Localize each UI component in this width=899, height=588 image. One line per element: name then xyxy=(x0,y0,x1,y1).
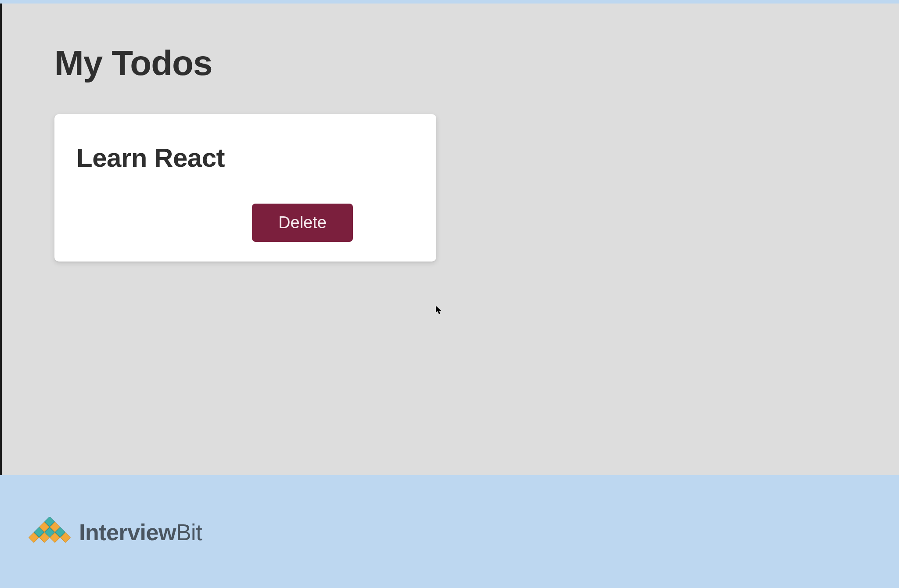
app-viewport: My Todos Learn React Delete xyxy=(0,4,899,475)
todo-title: Learn React xyxy=(76,143,414,173)
brand-text-bold: Interview xyxy=(79,520,176,545)
brand: InterviewBit xyxy=(25,517,202,548)
brand-text: InterviewBit xyxy=(79,519,202,545)
content-area: My Todos Learn React Delete xyxy=(2,4,899,262)
todo-card: Learn React Delete xyxy=(54,114,436,262)
brand-text-light: Bit xyxy=(176,520,202,545)
outer-wrap: My Todos Learn React Delete xyxy=(0,0,899,475)
cursor-icon xyxy=(435,305,442,315)
delete-button[interactable]: Delete xyxy=(252,204,353,242)
page-title: My Todos xyxy=(54,43,846,83)
footer-bar: InterviewBit xyxy=(0,476,899,588)
brand-logo-icon xyxy=(25,517,74,548)
button-row: Delete xyxy=(76,204,414,242)
